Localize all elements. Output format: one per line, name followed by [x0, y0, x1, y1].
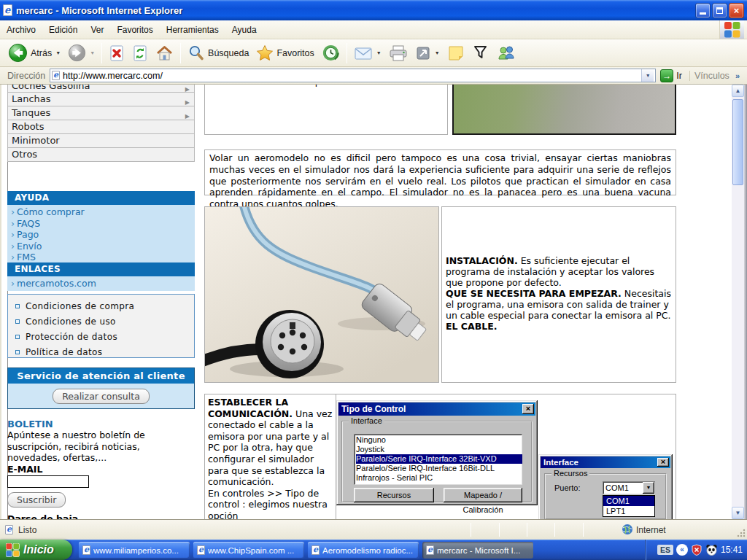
forward-icon — [68, 44, 86, 62]
list-item-selected: Paralelo/Serie IRQ-Interface 32Bit-VXD — [356, 454, 522, 464]
status-page-icon — [5, 525, 13, 534]
search-button[interactable]: Búsqueda — [184, 42, 252, 65]
edit-button[interactable]: ▼ — [411, 42, 444, 65]
recursos-button: Recursos — [354, 488, 434, 502]
forward-button[interactable]: ▼ — [64, 42, 98, 65]
group-label: Interface — [349, 416, 384, 425]
close-button[interactable]: × — [729, 3, 744, 18]
puerto-label: Puerto: — [554, 483, 580, 492]
link-condiciones-uso[interactable]: Condiciones de uso — [12, 314, 194, 330]
start-button[interactable]: Inicio — [0, 540, 72, 560]
email-label: E-MAIL — [7, 464, 191, 475]
messenger-button[interactable] — [493, 42, 519, 65]
task-mercarc-active[interactable]: mercarc - Microsoft I... — [422, 542, 533, 559]
history-button[interactable] — [318, 42, 344, 65]
favorites-button[interactable]: Favoritos — [252, 42, 317, 65]
notes-icon — [447, 44, 465, 62]
link-proteccion-datos[interactable]: Protección de datos — [12, 330, 194, 345]
product-menu: Coches Gasolina▶ Lanchas▶ Tanques▶ Robot… — [7, 85, 195, 162]
ie-task-icon — [82, 545, 90, 555]
dialog-title: Tipo de Control — [341, 402, 522, 416]
back-icon — [8, 43, 28, 63]
email-input[interactable] — [7, 475, 89, 488]
link-faqs[interactable]: FAQS — [7, 218, 195, 230]
boletin-section: BOLETIN Apúntese a nuestro boletín de su… — [7, 419, 191, 519]
top-text-fragment: movimiento del helicóptero. — [214, 85, 447, 88]
link-como-comprar[interactable]: Cómo comprar — [7, 206, 195, 218]
favorites-star-icon — [256, 44, 274, 62]
funnel-icon — [472, 44, 489, 62]
search-icon — [187, 44, 205, 62]
link-pago[interactable]: Pago — [7, 229, 195, 241]
home-icon — [155, 44, 174, 62]
refresh-icon — [132, 44, 148, 62]
notes-button[interactable] — [444, 42, 468, 65]
history-icon — [322, 44, 340, 62]
square-bullet-icon — [15, 319, 20, 324]
print-icon — [389, 44, 408, 62]
home-button[interactable] — [152, 42, 177, 65]
link-fms[interactable]: FMS — [7, 252, 195, 263]
windows-flag-icon — [6, 543, 20, 557]
condiciones-box: Condiciones de compra Condiciones de uso… — [7, 294, 195, 358]
maximize-button[interactable] — [712, 3, 727, 18]
menu-archivo[interactable]: Archivo — [0, 22, 42, 38]
bottom-row-box: ESTABLECER LA COMUNICACIÓN. Una vez cone… — [204, 394, 676, 519]
security-shield-icon[interactable] — [691, 544, 703, 556]
square-bullet-icon — [15, 350, 20, 354]
realizar-consulta-button[interactable]: Realizar consulta — [53, 389, 150, 404]
window-title: mercarc - Microsoft Internet Explorer — [16, 5, 694, 16]
sidebar-item-minimotor[interactable]: Minimotor — [7, 134, 195, 148]
menu-favoritos[interactable]: Favoritos — [110, 22, 159, 38]
vertical-scrollbar[interactable]: ▲ ▼ — [732, 85, 744, 519]
stop-icon — [109, 44, 125, 62]
top-text-box: movimiento del helicóptero. — [204, 85, 448, 135]
scrollbar-thumb[interactable] — [732, 99, 743, 185]
mail-button[interactable]: ▼ — [350, 42, 385, 65]
menu-herramientas[interactable]: Herramientas — [160, 22, 225, 38]
sidebar-item-tanques[interactable]: Tanques▶ — [7, 106, 195, 120]
suscribir-button[interactable]: Suscribir — [7, 492, 66, 508]
sidebar-item-coches-gasolina[interactable]: Coches Gasolina▶ — [7, 85, 195, 93]
sidebar-item-lanchas[interactable]: Lanchas▶ — [7, 93, 195, 106]
go-button[interactable]: → Ir — [656, 69, 686, 82]
menu-ver[interactable]: Ver — [84, 22, 110, 38]
titlebar: mercarc - Microsoft Internet Explorer × — [0, 0, 747, 20]
dialog-tipo-de-control: Tipo de Control× Interface Ninguno Joyst… — [336, 400, 538, 505]
scroll-up-button[interactable]: ▲ — [732, 85, 744, 97]
back-button[interactable]: Atrás▼ — [4, 42, 64, 65]
language-indicator[interactable]: ES — [657, 545, 673, 555]
resize-grip[interactable] — [736, 528, 746, 537]
hide-icons-button[interactable]: « — [676, 544, 688, 556]
establecer-text-box: ESTABLECER LA COMUNICACIÓN. Una vez cone… — [205, 394, 336, 519]
links-bar[interactable]: Vínculos » — [689, 71, 744, 81]
minimize-button[interactable] — [695, 3, 711, 18]
scroll-down-button[interactable]: ▼ — [732, 507, 744, 519]
task-aeromodelismo[interactable]: Aeromodelismo radioc... — [308, 542, 419, 559]
menu-ayuda[interactable]: Ayuda — [225, 22, 263, 38]
sidebar-item-robots[interactable]: Robots — [7, 120, 195, 134]
enlaces-header: ENLACES — [7, 262, 195, 276]
discuss-button[interactable] — [468, 42, 493, 65]
address-input[interactable]: http://www.mercarc.com/ ▼ — [50, 69, 656, 82]
menu-edicion[interactable]: Edición — [42, 22, 84, 38]
page-arrow-icon — [415, 45, 431, 61]
print-button[interactable] — [385, 42, 411, 65]
sidebar-item-otros[interactable]: Otros — [7, 148, 195, 162]
clock[interactable]: 15:41 — [721, 545, 743, 555]
link-politica-datos[interactable]: Política de datos — [12, 345, 194, 360]
panda-antivirus-icon[interactable] — [705, 544, 718, 556]
ayuda-header: AYUDA — [7, 191, 195, 205]
internet-zone-label: Internet — [636, 525, 666, 535]
task-miliamperios[interactable]: www.miliamperios.co... — [79, 542, 190, 559]
stop-button[interactable] — [105, 42, 128, 65]
el-cable-lead: EL CABLE. — [446, 321, 497, 332]
link-mercamotos[interactable]: mercamotos.com — [7, 278, 195, 289]
task-chipspain[interactable]: www.ChipSpain.com ... — [193, 542, 304, 559]
link-condiciones-compra[interactable]: Condiciones de compra — [12, 299, 194, 314]
refresh-button[interactable] — [128, 42, 152, 65]
ie-window: mercarc - Microsoft Internet Explorer × … — [0, 0, 747, 560]
darse-de-baja-link[interactable]: Darse de baja. — [7, 513, 191, 520]
address-dropdown[interactable]: ▼ — [641, 69, 654, 82]
link-envio[interactable]: Envío — [7, 241, 195, 252]
